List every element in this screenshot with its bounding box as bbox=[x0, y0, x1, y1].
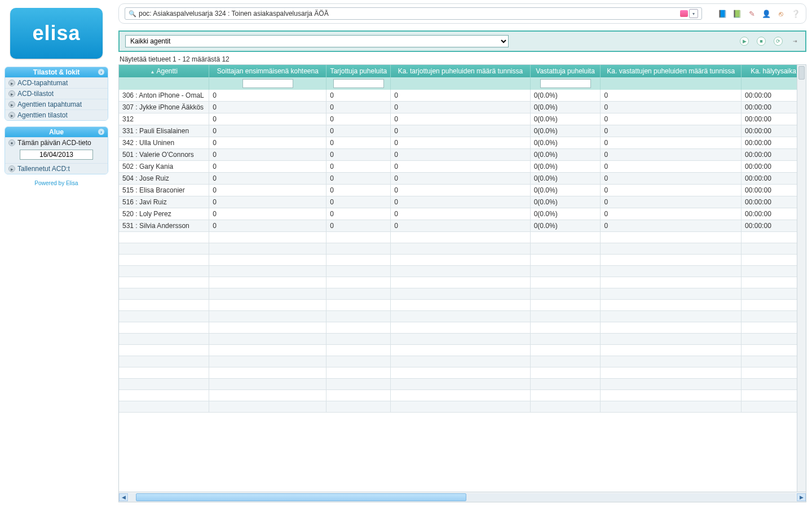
table-row bbox=[119, 379, 806, 390]
table-cell bbox=[119, 288, 209, 300]
table-cell bbox=[742, 243, 806, 255]
table-cell: 0 bbox=[601, 220, 742, 232]
horizontal-scrollbar[interactable]: ◀ ▶ bbox=[119, 492, 806, 502]
refresh-icon[interactable]: ⟳ bbox=[774, 37, 783, 46]
sidebar-item-agent-stats[interactable]: Agenttien tilastot bbox=[5, 110, 108, 120]
table-cell bbox=[530, 243, 601, 255]
eraser-icon[interactable] bbox=[680, 10, 688, 17]
table-row[interactable]: 516 : Javi Ruiz0000(0.0%)000:00:00 bbox=[119, 196, 806, 208]
table-cell bbox=[119, 356, 209, 367]
table-cell bbox=[326, 232, 391, 243]
table-row[interactable]: 342 : Ulla Uninen0000(0.0%)000:00:00 bbox=[119, 137, 806, 149]
table-row[interactable]: 504 : Jose Ruiz0000(0.0%)000:00:00 bbox=[119, 173, 806, 185]
table-cell bbox=[391, 266, 530, 277]
col-header-first-target[interactable]: Soittajan ensimmäisenä kohteena bbox=[209, 65, 326, 77]
table-cell bbox=[119, 300, 209, 311]
table-row[interactable]: 515 : Elisa Braconier0000(0.0%)000:00:00 bbox=[119, 185, 806, 196]
table-row[interactable]: 520 : Loly Perez0000(0.0%)000:00:00 bbox=[119, 208, 806, 220]
filter-input-first-target[interactable] bbox=[242, 79, 293, 88]
col-header-avg-answered[interactable]: Ka. vastattujen puheluiden määrä tunniss… bbox=[601, 65, 742, 77]
filter-input-offered[interactable] bbox=[333, 79, 384, 88]
date-input[interactable] bbox=[20, 150, 93, 160]
export-excel-icon[interactable]: 📗 bbox=[732, 9, 742, 18]
scroll-right-button[interactable]: ▶ bbox=[797, 493, 806, 501]
bullet-icon bbox=[8, 112, 15, 119]
table-cell bbox=[530, 300, 601, 311]
table-cell bbox=[601, 311, 742, 322]
col-header-avg-offered[interactable]: Ka. tarjottujen puheluiden määrä tunniss… bbox=[391, 65, 530, 77]
table-row[interactable]: 331 : Pauli Elisalainen0000(0.0%)000:00:… bbox=[119, 125, 806, 137]
table-row[interactable]: 307 : Jykke iPhone Ääkkös0000(0.0%)000:0… bbox=[119, 102, 806, 113]
table-cell: 0 bbox=[209, 90, 326, 102]
table-cell: 0 bbox=[326, 220, 391, 232]
table-cell: 0 bbox=[209, 185, 326, 196]
scrollbar-thumb[interactable] bbox=[798, 66, 805, 80]
chevron-down-icon[interactable]: ▾ bbox=[689, 9, 698, 18]
sidebar-item-acd-stats[interactable]: ACD-tilastot bbox=[5, 88, 108, 99]
table-cell: 0 bbox=[391, 137, 530, 149]
table-cell bbox=[391, 390, 530, 401]
breadcrumb-search[interactable]: 🔍 poc: Asiakaspalvelusarja 324 : Toinen … bbox=[125, 7, 702, 20]
table-cell bbox=[209, 311, 326, 322]
table-row[interactable]: 3120000(0.0%)000:00:00 bbox=[119, 113, 806, 125]
chevron-right-icon[interactable]: › bbox=[98, 69, 104, 75]
table-cell: 0 bbox=[209, 196, 326, 208]
table-cell: 531 : Silvia Andersson bbox=[119, 220, 209, 232]
table-cell bbox=[601, 367, 742, 379]
table-cell: 0 bbox=[326, 125, 391, 137]
table-cell bbox=[119, 255, 209, 266]
scrollbar-thumb[interactable] bbox=[136, 493, 466, 501]
table-cell bbox=[601, 401, 742, 413]
table-cell: 0(0.0%) bbox=[530, 137, 601, 149]
stop-icon[interactable]: ■ bbox=[757, 37, 766, 46]
agent-select[interactable]: Kaikki agentit bbox=[125, 35, 509, 47]
table-cell: 0 bbox=[209, 137, 326, 149]
table-cell bbox=[391, 356, 530, 367]
table-cell: 0 bbox=[209, 102, 326, 113]
chevron-right-icon[interactable]: › bbox=[98, 129, 104, 135]
sidebar-item-agent-events[interactable]: Agenttien tapahtumat bbox=[5, 99, 108, 110]
table-cell bbox=[601, 288, 742, 300]
help-icon[interactable]: ❔ bbox=[791, 9, 800, 18]
table-cell bbox=[391, 311, 530, 322]
table-cell bbox=[601, 345, 742, 356]
table-cell: 0 bbox=[601, 185, 742, 196]
table-row[interactable]: 531 : Silvia Andersson0000(0.0%)000:00:0… bbox=[119, 220, 806, 232]
table-cell: 307 : Jykke iPhone Ääkkös bbox=[119, 102, 209, 113]
table-cell bbox=[326, 334, 391, 345]
user-icon[interactable]: 👤 bbox=[762, 9, 771, 18]
table-cell: 0 bbox=[601, 173, 742, 185]
notes-icon[interactable]: ✎ bbox=[747, 9, 756, 18]
sidebar-item-today-acd[interactable]: ●Tämän päivän ACD-tieto bbox=[5, 137, 108, 148]
table-cell: 0 bbox=[391, 196, 530, 208]
date-row bbox=[5, 148, 108, 163]
table-cell bbox=[742, 311, 806, 322]
col-header-answered[interactable]: Vastattuja puheluita bbox=[530, 65, 601, 77]
table-cell bbox=[119, 243, 209, 255]
table-row bbox=[119, 288, 806, 300]
table-row bbox=[119, 266, 806, 277]
scrollbar-track[interactable] bbox=[129, 493, 796, 501]
table-cell bbox=[326, 300, 391, 311]
table-cell: 0 bbox=[326, 137, 391, 149]
table-cell bbox=[742, 401, 806, 413]
export-word-icon[interactable]: 📘 bbox=[718, 9, 727, 18]
table-cell: 00:00:00 bbox=[742, 185, 806, 196]
vertical-scrollbar[interactable] bbox=[797, 65, 806, 492]
scroll-left-button[interactable]: ◀ bbox=[119, 493, 128, 501]
col-header-agent[interactable]: Agentti bbox=[119, 65, 209, 77]
col-header-offered[interactable]: Tarjottuja puheluita bbox=[326, 65, 391, 77]
col-header-alert-time[interactable]: Ka. hälytysaika bbox=[742, 65, 806, 77]
exit-icon[interactable]: ⎋ bbox=[776, 9, 785, 18]
filter-input-answered[interactable] bbox=[540, 79, 591, 88]
sidebar-item-acd-events[interactable]: ACD-tapahtumat bbox=[5, 77, 108, 88]
table-cell bbox=[326, 345, 391, 356]
panel-stats-logs: Tilastot & lokit› ACD-tapahtumat ACD-til… bbox=[5, 67, 108, 121]
sidebar-item-saved-acd[interactable]: Tallennetut ACD:t bbox=[5, 163, 108, 174]
table-row[interactable]: 502 : Gary Kania0000(0.0%)000:00:00 bbox=[119, 161, 806, 173]
table-cell: 0 bbox=[391, 90, 530, 102]
table-row[interactable]: 306 : Anton iPhone - OmaL0000(0.0%)000:0… bbox=[119, 90, 806, 102]
play-icon[interactable]: ▶ bbox=[740, 37, 749, 46]
pin-icon[interactable]: ⇥ bbox=[791, 37, 800, 46]
table-row[interactable]: 501 : Valerie O'Connors0000(0.0%)000:00:… bbox=[119, 149, 806, 161]
